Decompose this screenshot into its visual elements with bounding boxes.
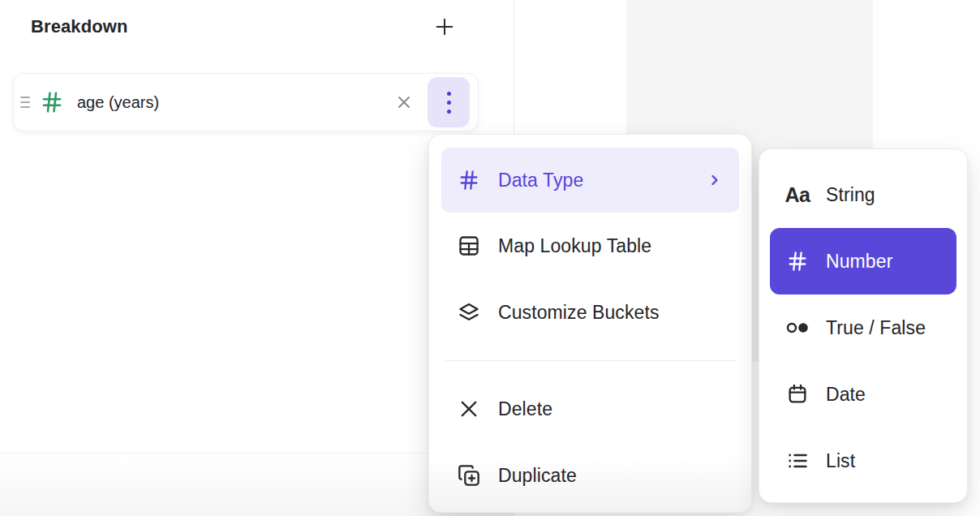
- submenu-item-label: String: [826, 184, 875, 206]
- field-name: age (years): [77, 93, 390, 112]
- x-icon: [458, 398, 480, 420]
- submenu-item-label: Number: [826, 251, 892, 273]
- submenu-item-label: Date: [826, 384, 866, 406]
- field-more-button[interactable]: [428, 77, 470, 127]
- boolean-circles-icon: [784, 316, 811, 340]
- app-canvas: Breakdown age (years) Da: [0, 0, 980, 516]
- breakdown-field-card[interactable]: age (years): [13, 73, 479, 131]
- menu-item-label: Delete: [498, 398, 552, 420]
- number-type-icon: [40, 90, 64, 114]
- list-icon: [784, 449, 811, 473]
- submenu-item-string[interactable]: Aa String: [770, 161, 956, 228]
- menu-item-label: Duplicate: [498, 465, 577, 487]
- close-icon: [394, 92, 414, 112]
- table-icon: [458, 234, 480, 257]
- string-aa-icon: Aa: [784, 183, 811, 207]
- field-context-menu: Data Type Map Lookup Table Customize Buc…: [428, 134, 752, 513]
- drag-handle-icon[interactable]: [20, 97, 33, 108]
- menu-item-label: Customize Buckets: [498, 302, 660, 324]
- kebab-dots-icon: [447, 92, 451, 114]
- data-type-submenu: Aa String Number True / False Date: [759, 148, 968, 503]
- menu-item-duplicate[interactable]: Duplicate: [441, 442, 739, 509]
- menu-item-data-type[interactable]: Data Type: [441, 148, 739, 213]
- chevron-right-icon: [707, 172, 723, 188]
- submenu-item-number[interactable]: Number: [770, 228, 956, 295]
- breakdown-header: Breakdown: [31, 13, 485, 42]
- add-breakdown-button[interactable]: [431, 13, 458, 41]
- menu-item-customize-buckets[interactable]: Customize Buckets: [441, 279, 739, 346]
- submenu-item-date[interactable]: Date: [770, 361, 956, 428]
- menu-item-label: Data Type: [498, 170, 583, 191]
- plus-icon: [433, 15, 456, 38]
- hash-icon: [784, 249, 811, 273]
- submenu-item-list[interactable]: List: [770, 428, 956, 494]
- menu-item-delete[interactable]: Delete: [441, 376, 739, 442]
- breakdown-title: Breakdown: [31, 13, 485, 41]
- remove-field-button[interactable]: [390, 88, 418, 116]
- menu-item-map-lookup-table[interactable]: Map Lookup Table: [441, 213, 739, 279]
- hash-icon: [458, 169, 480, 191]
- submenu-item-label: True / False: [826, 317, 926, 339]
- duplicate-icon: [458, 464, 480, 487]
- submenu-item-label: List: [826, 450, 855, 472]
- buckets-icon: [458, 301, 480, 324]
- menu-item-label: Map Lookup Table: [498, 235, 651, 257]
- menu-divider: [445, 360, 735, 361]
- submenu-item-true-false[interactable]: True / False: [770, 295, 956, 361]
- calendar-icon: [784, 382, 811, 406]
